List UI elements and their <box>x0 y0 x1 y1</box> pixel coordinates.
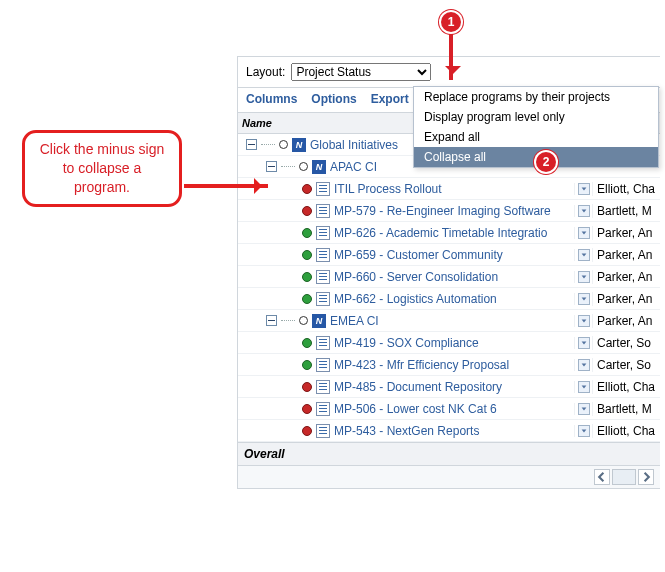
tree-item-row: MP-423 - Mfr Efficiency ProposalCarter, … <box>238 354 660 376</box>
tree-group-row: NEMEA CIParker, An <box>238 310 660 332</box>
project-icon <box>316 358 330 372</box>
dropdown-cell <box>574 293 592 305</box>
item-link[interactable]: ITIL Process Rollout <box>334 182 442 196</box>
owner-cell: Carter, So <box>592 336 660 350</box>
scroll-track[interactable] <box>612 469 636 485</box>
item-link[interactable]: MP-423 - Mfr Efficiency Proposal <box>334 358 509 372</box>
layout-label: Layout: <box>246 65 285 79</box>
annotation-callout: Click the minus sign to collapse a progr… <box>22 130 182 207</box>
dropdown-cell <box>574 403 592 415</box>
col-name: Name <box>242 117 272 129</box>
owner-cell: Elliott, Cha <box>592 380 660 394</box>
dropdown-cell <box>574 249 592 261</box>
row-menu-button[interactable] <box>578 381 590 393</box>
horizontal-scrollbar[interactable] <box>238 466 660 488</box>
bullet-icon <box>299 162 308 171</box>
item-link[interactable]: EMEA CI <box>330 314 379 328</box>
row-menu-button[interactable] <box>578 205 590 217</box>
status-green-icon <box>302 338 312 348</box>
collapse-toggle[interactable] <box>246 139 257 150</box>
status-red-icon <box>302 184 312 194</box>
program-icon: N <box>292 138 306 152</box>
item-link[interactable]: MP-485 - Document Repository <box>334 380 502 394</box>
status-red-icon <box>302 404 312 414</box>
collapse-toggle[interactable] <box>266 315 277 326</box>
dropdown-cell <box>574 183 592 195</box>
item-link[interactable]: MP-659 - Customer Community <box>334 248 503 262</box>
overall-row: Overall <box>238 442 660 466</box>
tree-item-row: MP-543 - NextGen ReportsElliott, Cha <box>238 420 660 442</box>
bullet-icon <box>279 140 288 149</box>
row-menu-button[interactable] <box>578 359 590 371</box>
status-green-icon <box>302 250 312 260</box>
project-icon <box>316 402 330 416</box>
status-red-icon <box>302 426 312 436</box>
status-green-icon <box>302 228 312 238</box>
tree-item-row: MP-579 - Re-Engineer Imaging SoftwareBar… <box>238 200 660 222</box>
item-link[interactable]: MP-579 - Re-Engineer Imaging Software <box>334 204 551 218</box>
dropdown-cell <box>574 381 592 393</box>
program-icon: N <box>312 160 326 174</box>
project-icon <box>316 248 330 262</box>
row-menu-button[interactable] <box>578 337 590 349</box>
item-link[interactable]: MP-506 - Lower cost NK Cat 6 <box>334 402 497 416</box>
layout-select[interactable]: Project Status <box>291 63 431 81</box>
scroll-right-icon[interactable] <box>638 469 654 485</box>
owner-cell: Parker, An <box>592 226 660 240</box>
item-link[interactable]: MP-660 - Server Consolidation <box>334 270 498 284</box>
item-link[interactable]: MP-419 - SOX Compliance <box>334 336 479 350</box>
row-menu-button[interactable] <box>578 249 590 261</box>
project-icon <box>316 182 330 196</box>
row-menu-button[interactable] <box>578 403 590 415</box>
tree-item-row: MP-660 - Server ConsolidationParker, An <box>238 266 660 288</box>
arrow-down <box>449 30 453 80</box>
item-link[interactable]: MP-662 - Logistics Automation <box>334 292 497 306</box>
tree-item-row: MP-485 - Document RepositoryElliott, Cha <box>238 376 660 398</box>
dropdown-cell <box>574 205 592 217</box>
menu-item-levelonly[interactable]: Display program level only <box>414 107 658 127</box>
item-link[interactable]: MP-626 - Academic Timetable Integratio <box>334 226 547 240</box>
tab-columns[interactable]: Columns <box>246 92 297 106</box>
project-icon <box>316 292 330 306</box>
project-icon <box>316 380 330 394</box>
dropdown-cell <box>574 271 592 283</box>
menu-item-expandall[interactable]: Expand all <box>414 127 658 147</box>
owner-cell: Elliott, Cha <box>592 424 660 438</box>
project-icon <box>316 226 330 240</box>
tree-item-row: MP-659 - Customer CommunityParker, An <box>238 244 660 266</box>
dropdown-cell <box>574 359 592 371</box>
status-green-icon <box>302 360 312 370</box>
tree-item-row: ITIL Process RolloutElliott, Cha <box>238 178 660 200</box>
tree-item-row: MP-506 - Lower cost NK Cat 6Bartlett, M <box>238 398 660 420</box>
arrow-right <box>184 184 268 188</box>
badge-2: 2 <box>536 152 556 172</box>
row-menu-button[interactable] <box>578 425 590 437</box>
callout-text: Click the minus sign to collapse a progr… <box>40 141 165 195</box>
row-menu-button[interactable] <box>578 227 590 239</box>
owner-cell: Bartlett, M <box>592 402 660 416</box>
row-menu-button[interactable] <box>578 271 590 283</box>
tree-item-row: MP-662 - Logistics AutomationParker, An <box>238 288 660 310</box>
tab-export[interactable]: Export <box>371 92 409 106</box>
tree-item-row: MP-626 - Academic Timetable IntegratioPa… <box>238 222 660 244</box>
row-menu-button[interactable] <box>578 315 590 327</box>
status-green-icon <box>302 272 312 282</box>
scroll-left-icon[interactable] <box>594 469 610 485</box>
program-icon: N <box>312 314 326 328</box>
tab-options[interactable]: Options <box>311 92 356 106</box>
row-menu-button[interactable] <box>578 293 590 305</box>
item-link[interactable]: APAC CI <box>330 160 377 174</box>
project-icon <box>316 336 330 350</box>
badge-1: 1 <box>441 12 461 32</box>
item-link[interactable]: MP-543 - NextGen Reports <box>334 424 479 438</box>
owner-cell: Parker, An <box>592 292 660 306</box>
status-red-icon <box>302 382 312 392</box>
owner-cell: Parker, An <box>592 314 660 328</box>
row-menu-button[interactable] <box>578 183 590 195</box>
item-link[interactable]: Global Initiatives <box>310 138 398 152</box>
owner-cell: Parker, An <box>592 270 660 284</box>
owner-cell: Bartlett, M <box>592 204 660 218</box>
menu-item-replace[interactable]: Replace programs by their projects <box>414 87 658 107</box>
collapse-toggle[interactable] <box>266 161 277 172</box>
bullet-icon <box>299 316 308 325</box>
